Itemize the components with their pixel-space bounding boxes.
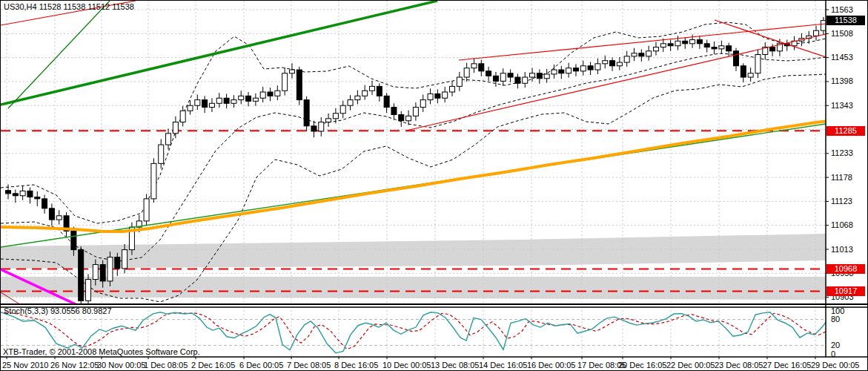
red-channel-lower[interactable] [406, 34, 826, 131]
price-axis-label: 11178 [831, 173, 852, 182]
current-price-badge: 11538 [826, 16, 865, 25]
price-axis-label: 11343 [831, 101, 853, 110]
time-axis-label: 23 Dec 08:05 [715, 361, 763, 370]
time-axis-label: 25 Nov 2010 [2, 361, 48, 370]
time-axis-label: 27 Dec 16:05 [763, 361, 811, 370]
price-axis-label: 11563 [831, 5, 853, 14]
price-axis-label: 11453 [831, 53, 853, 62]
gray-zone [1, 277, 826, 300]
stoch-indicator-label: Stoch(5,3,3) 93.0556 80.9827 [4, 306, 112, 315]
price-level-badge: 11285 [826, 126, 865, 136]
price-axis-label: 11068 [831, 220, 853, 229]
time-axis-label: 13 Dec 08:05 [431, 361, 479, 370]
trading-chart-window: US30,H4 11528 11538 11512 11538 Stoch(5,… [0, 0, 868, 371]
price-axis-label: 11123 [831, 197, 852, 206]
time-axis-label: 22 Dec 00:05 [666, 361, 715, 370]
green-thin-steep[interactable] [8, 1, 110, 108]
time-axis-label: 20 Dec 16:05 [618, 361, 666, 370]
time-axis-label: 26 Nov 12:05 [50, 361, 99, 370]
stoch-axis-label: 80 [831, 315, 840, 324]
price-axis-label: 11013 [831, 245, 853, 254]
time-axis-label: 1 Dec 08:05 [144, 361, 188, 370]
chart-canvas[interactable] [1, 1, 868, 371]
time-axis-label: 6 Dec 00:05 [239, 361, 283, 370]
time-axis-label: 29 Dec 00:05 [811, 361, 859, 370]
main-pane[interactable] [1, 1, 842, 306]
time-axis-label: 14 Dec 16:05 [479, 361, 527, 370]
chart-title: US30,H4 11528 11538 11512 11538 [4, 2, 134, 11]
stoch-axis-label: 20 [831, 341, 840, 349]
time-axis-label: 7 Dec 08:05 [287, 361, 331, 370]
price-axis-label: 11233 [831, 148, 853, 157]
copyright-text: XTB-Trader, © 2001-2008 MetaQuotes Softw… [3, 347, 200, 356]
price-level-badge: 10917 [826, 286, 865, 296]
stoch-axis-label: 100 [831, 306, 844, 315]
stoch-axis-label: 0 [831, 349, 835, 358]
price-level-badge: 10968 [826, 264, 865, 274]
price-axis-label: 11398 [831, 76, 853, 85]
time-axis-label: 16 Dec 00:05 [527, 361, 575, 370]
time-axis-label: 8 Dec 16:05 [334, 361, 378, 370]
time-axis-label: 10 Dec 00:05 [382, 361, 431, 370]
time-axis-label: 2 Dec 16:05 [191, 361, 235, 370]
time-axis-label: 30 Nov 00:05 [97, 361, 145, 370]
price-axis-label: 11508 [831, 29, 853, 38]
